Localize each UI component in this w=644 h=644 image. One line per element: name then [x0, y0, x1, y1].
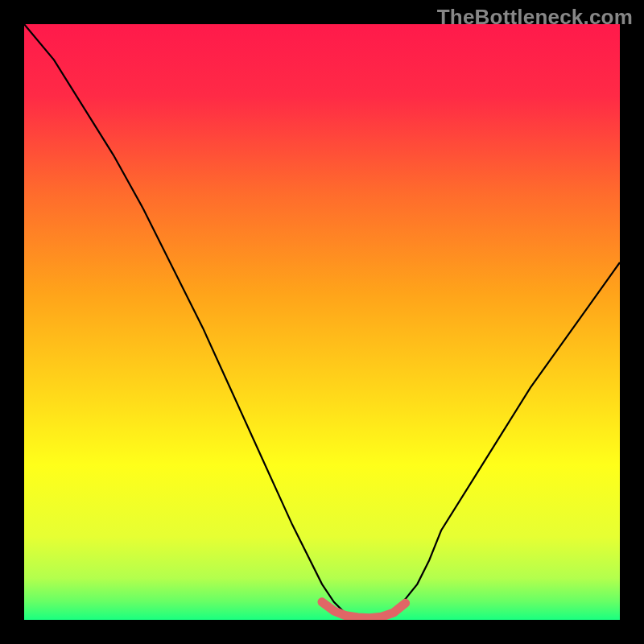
chart-frame: TheBottleneck.com	[0, 0, 644, 644]
curve-layer	[24, 24, 620, 620]
main-curve	[24, 24, 620, 618]
trough-marker	[322, 602, 406, 618]
plot-area	[24, 24, 620, 620]
watermark-text: TheBottleneck.com	[437, 5, 633, 30]
